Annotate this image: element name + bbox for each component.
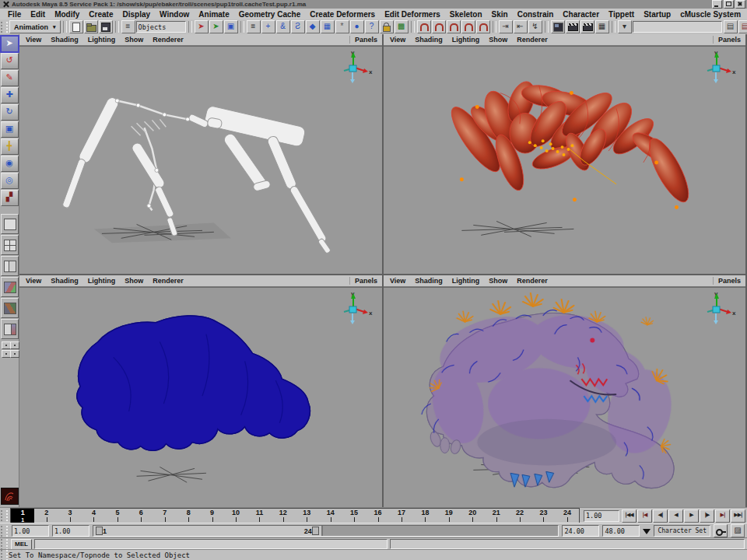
- timeline-frame-4[interactable]: 4: [82, 509, 105, 523]
- select-tool[interactable]: ➤: [1, 36, 19, 52]
- menu-create-deformers[interactable]: Create Deformers: [305, 10, 380, 19]
- menu-constrain[interactable]: Constrain: [513, 10, 559, 19]
- cmuscle-plugin-icon[interactable]: [1, 488, 19, 505]
- animation-start-field[interactable]: [12, 525, 49, 537]
- highlight-selection-icon[interactable]: ▩: [395, 20, 409, 33]
- viewport-menu-show[interactable]: Show: [124, 277, 149, 285]
- command-input[interactable]: [34, 539, 388, 549]
- scale-tool[interactable]: ▣: [1, 121, 19, 138]
- viewport-menu-panels[interactable]: Panels: [349, 277, 382, 285]
- animation-preferences-icon[interactable]: ▨: [731, 524, 745, 537]
- viewport-menu-view[interactable]: View: [390, 277, 412, 285]
- playback-speed-field[interactable]: [584, 510, 619, 522]
- viewport-menu-panels[interactable]: Panels: [713, 277, 745, 285]
- rotate-tool[interactable]: ↻: [1, 104, 19, 121]
- viewport-menu-shading[interactable]: Shading: [51, 277, 85, 285]
- time-slider-grip[interactable]: [1, 510, 8, 521]
- mask-dynamics-icon[interactable]: *: [335, 20, 349, 33]
- menu-character[interactable]: Character: [558, 10, 604, 19]
- layout-hypershade-persp-button[interactable]: [1, 298, 19, 318]
- play-forwards-button[interactable]: ▶: [684, 509, 699, 523]
- selection-filter-icon[interactable]: ≡: [121, 20, 135, 33]
- viewport-menu-lighting[interactable]: Lighting: [88, 36, 122, 44]
- snap-to-planes-icon[interactable]: [461, 20, 475, 33]
- timeline-frame-24[interactable]: 24: [556, 509, 579, 523]
- menu-modify[interactable]: Modify: [50, 10, 84, 19]
- lock-selection-icon[interactable]: [380, 20, 394, 33]
- timeline-frame-15[interactable]: 15: [342, 509, 366, 523]
- save-scene-icon[interactable]: [99, 20, 113, 33]
- mask-curves-icon[interactable]: Ƨ: [291, 20, 305, 33]
- selection-filter-field[interactable]: [136, 21, 186, 33]
- playback-end-field[interactable]: [562, 525, 599, 537]
- range-slider-bar[interactable]: 1 24: [93, 526, 323, 536]
- timeline-frame-6[interactable]: 6: [129, 509, 153, 523]
- timeline-frame-5[interactable]: 5: [106, 509, 129, 523]
- output-connections-icon[interactable]: ⇤: [514, 20, 528, 33]
- play-backwards-button[interactable]: ◀: [668, 509, 683, 523]
- universal-manipulator-tool[interactable]: ╋: [1, 138, 19, 155]
- timeline-frame-13[interactable]: 13: [295, 509, 318, 523]
- go-to-start-button[interactable]: |◀◀: [622, 509, 637, 523]
- close-button[interactable]: [735, 0, 745, 9]
- step-back-one-key-button[interactable]: |◀: [637, 509, 652, 523]
- viewport-menu-show[interactable]: Show: [489, 36, 514, 44]
- viewport-menu-shading[interactable]: Shading: [51, 36, 85, 44]
- mask-points-icon[interactable]: +: [261, 20, 275, 33]
- animation-end-field[interactable]: [602, 525, 640, 537]
- select-by-object-icon[interactable]: ➤: [209, 20, 223, 33]
- mask-menu-icon[interactable]: ≡: [247, 20, 261, 33]
- viewport-menu-renderer[interactable]: Renderer: [153, 277, 190, 285]
- step-back-one-frame-button[interactable]: ◀|: [653, 509, 668, 523]
- viewport-menu-lighting[interactable]: Lighting: [88, 277, 122, 285]
- menu-animate[interactable]: Animate: [194, 10, 233, 19]
- paint-selection-tool[interactable]: ✎: [1, 70, 19, 86]
- snap-to-curves-icon[interactable]: [432, 20, 446, 33]
- select-by-component-icon[interactable]: ▣: [224, 20, 238, 33]
- timeline-frame-18[interactable]: 18: [413, 509, 437, 523]
- timeline-frame-8[interactable]: 8: [177, 509, 200, 523]
- menu-cmuscle-system[interactable]: cMuscle System: [675, 10, 745, 19]
- step-forward-one-key-button[interactable]: ▶|: [715, 509, 730, 523]
- viewport-menu-renderer[interactable]: Renderer: [517, 36, 554, 44]
- timeline-frame-11[interactable]: 11: [247, 509, 271, 523]
- viewport-canvas-skeleton[interactable]: y x: [19, 46, 382, 274]
- mask-handles-icon[interactable]: &: [276, 20, 290, 33]
- timeline-frame-20[interactable]: 20: [461, 509, 484, 523]
- snap-to-grids-icon[interactable]: [417, 20, 431, 33]
- range-slider-grip[interactable]: [1, 526, 8, 537]
- statusline-grip[interactable]: [1, 22, 8, 33]
- help-line-grip[interactable]: [1, 550, 8, 560]
- timeline-frame-3[interactable]: 3: [58, 509, 82, 523]
- minimize-button[interactable]: [712, 0, 722, 9]
- mask-surfaces-icon[interactable]: ◆: [306, 20, 320, 33]
- viewport-canvas-mesh[interactable]: y x: [19, 287, 382, 507]
- timeline-frame-7[interactable]: 7: [153, 509, 177, 523]
- step-forward-one-frame-button[interactable]: |▶: [700, 509, 714, 523]
- menu-geometry-cache[interactable]: Geometry Cache: [234, 10, 305, 19]
- select-by-hierarchy-icon[interactable]: ➤: [195, 20, 209, 33]
- time-slider-ruler[interactable]: 123456789101112131415161718192021222324: [10, 508, 580, 523]
- render-settings-icon[interactable]: ▦: [595, 20, 609, 33]
- snap-to-points-icon[interactable]: [447, 20, 461, 33]
- ipr-render-icon[interactable]: [580, 20, 594, 33]
- quick-layout-button-2[interactable]: [10, 341, 19, 349]
- timeline-frame-12[interactable]: 12: [272, 509, 295, 523]
- quick-layout-button-4[interactable]: [10, 350, 19, 358]
- timeline-frame-16[interactable]: 16: [366, 509, 389, 523]
- mask-rendering-icon[interactable]: ●: [350, 20, 364, 33]
- construction-history-icon[interactable]: ↯: [528, 20, 542, 33]
- viewport-menu-shading[interactable]: Shading: [415, 36, 449, 44]
- input-connections-icon[interactable]: ⇥: [499, 20, 513, 33]
- menu-startup[interactable]: Startup: [639, 10, 675, 19]
- viewport-menu-view[interactable]: View: [26, 277, 47, 285]
- menu-skin[interactable]: Skin: [487, 10, 513, 19]
- timeline-frame-17[interactable]: 17: [390, 509, 413, 523]
- layout-outliner-persp-button[interactable]: [1, 256, 19, 276]
- viewport-canvas-muscles[interactable]: y x: [384, 46, 745, 274]
- restore-button[interactable]: [724, 0, 734, 9]
- viewport-menu-lighting[interactable]: Lighting: [452, 277, 486, 285]
- viewport-menu-panels[interactable]: Panels: [349, 36, 382, 44]
- menu-window[interactable]: Window: [155, 10, 194, 19]
- timeline-frame-1[interactable]: 1: [11, 509, 34, 523]
